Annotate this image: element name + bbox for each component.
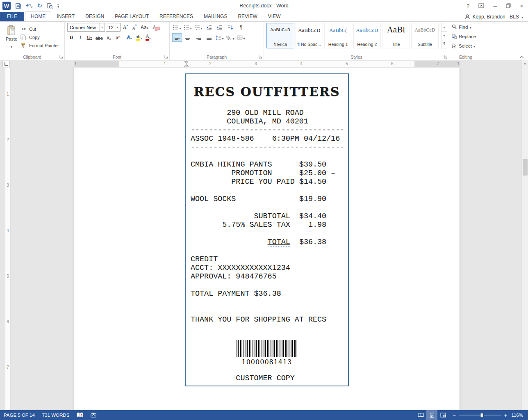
borders-dropdown-icon[interactable] (243, 34, 245, 41)
superscript-button[interactable]: x² (114, 33, 122, 42)
text-effects-button[interactable]: A (125, 33, 134, 42)
font-color-dropdown-icon[interactable] (149, 35, 151, 41)
style-heading-2[interactable]: AaBbCcD Heading 2 (353, 23, 381, 48)
tab-mailings[interactable]: MAILINGS (198, 12, 232, 21)
print-preview-icon[interactable] (47, 3, 53, 9)
grow-font-button[interactable]: A (121, 23, 130, 32)
italic-button[interactable]: I (76, 33, 84, 42)
line-spacing-button[interactable] (215, 33, 225, 42)
repeat-button[interactable]: ↻ (37, 2, 43, 9)
page-indicator[interactable]: PAGE 5 OF 14 (0, 410, 39, 420)
styles-gallery-more-icon[interactable] (442, 40, 447, 48)
ribbon-display-options-button[interactable] (478, 3, 484, 8)
decrease-indent-button[interactable] (204, 23, 214, 32)
bullets-dropdown-icon[interactable] (179, 24, 181, 31)
read-mode-button[interactable] (415, 410, 426, 420)
tab-page-layout[interactable]: PAGE LAYOUT (109, 12, 154, 21)
font-name-dropdown-icon[interactable] (99, 23, 105, 31)
font-dialog-launcher[interactable] (164, 55, 168, 59)
copy-button[interactable]: Copy (20, 34, 59, 41)
tab-view[interactable]: VIEW (263, 12, 286, 21)
close-button[interactable]: × (520, 3, 523, 9)
format-painter-button[interactable]: Format Painter (20, 42, 59, 49)
word-count[interactable]: 731 WORDS (39, 410, 73, 420)
clear-formatting-button[interactable]: A (150, 23, 159, 32)
receipt-text-box[interactable]: RECS OUTFITTERS 290 OLD MILL ROAD COLUMB… (185, 73, 349, 386)
strikethrough-button[interactable]: abc (94, 33, 104, 42)
vertical-scrollbar[interactable]: ▲ (521, 60, 528, 410)
save-button[interactable] (15, 3, 21, 9)
style-erica[interactable]: AaBbCcD ¶ Erica (266, 23, 294, 48)
collapse-ribbon-icon[interactable] (519, 55, 524, 59)
indent-marker[interactable] (184, 61, 189, 67)
paste-dropdown-icon[interactable] (11, 42, 12, 50)
show-hide-formatting-button[interactable]: ¶ (236, 23, 246, 32)
customize-qat-icon[interactable] (57, 2, 59, 9)
word-logo-icon[interactable]: W (2, 2, 11, 10)
tab-design[interactable]: DESIGN (80, 12, 109, 21)
undo-button[interactable]: ↶ (26, 2, 33, 9)
tab-stop-selector[interactable] (2, 61, 10, 67)
styles-scroll-up-icon[interactable]: ▲ (442, 23, 447, 32)
multilevel-dropdown-icon[interactable] (200, 24, 202, 31)
align-right-button[interactable] (193, 33, 203, 42)
style-no-spacing[interactable]: AaBbCcD ¶ No Spac... (296, 23, 323, 48)
font-color-button[interactable]: A (144, 33, 152, 42)
macro-recording-icon[interactable] (87, 410, 100, 420)
borders-button[interactable] (236, 33, 246, 42)
align-left-button[interactable] (172, 33, 182, 42)
paragraph-dialog-launcher[interactable] (258, 55, 263, 59)
zoom-in-button[interactable]: + (504, 412, 508, 418)
proofing-errors-icon[interactable] (73, 410, 87, 420)
find-dropdown-icon[interactable] (469, 25, 471, 30)
underline-dropdown-icon[interactable] (90, 34, 92, 41)
bold-button[interactable]: B (67, 33, 75, 42)
replace-button[interactable]: Replace (452, 32, 480, 40)
tab-file[interactable]: FILE (0, 12, 24, 21)
select-button[interactable]: Select (452, 42, 480, 50)
styles-scroll-down-icon[interactable]: ▼ (442, 32, 447, 40)
highlight-dropdown-icon[interactable] (140, 35, 142, 41)
bullets-button[interactable] (172, 23, 182, 32)
tab-references[interactable]: REFERENCES (154, 12, 198, 21)
multilevel-list-button[interactable] (193, 23, 203, 32)
underline-button[interactable]: U (85, 33, 93, 42)
numbering-button[interactable] (183, 23, 193, 32)
scrollbar-thumb[interactable] (523, 159, 528, 176)
shading-button[interactable] (225, 33, 235, 42)
shrink-font-button[interactable]: A (130, 23, 139, 32)
font-size-dropdown-icon[interactable] (115, 23, 120, 31)
highlight-button[interactable]: ab (134, 33, 143, 42)
clipboard-dialog-launcher[interactable] (59, 55, 64, 59)
paste-button[interactable]: Paste (2, 23, 20, 52)
justify-button[interactable] (204, 33, 214, 42)
style-title[interactable]: AaBl Title (382, 23, 410, 48)
print-layout-button[interactable] (426, 410, 437, 420)
web-layout-button[interactable] (437, 410, 448, 420)
cut-button[interactable]: ✂ Cut (20, 25, 59, 32)
numbering-dropdown-icon[interactable] (190, 24, 191, 31)
zoom-slider[interactable] (459, 415, 501, 415)
undo-dropdown-icon[interactable] (31, 2, 33, 9)
change-case-button[interactable]: Aa (139, 23, 150, 32)
document-page[interactable]: RECS OUTFITTERS 290 OLD MILL ROAD COLUMB… (74, 68, 460, 411)
zoom-level[interactable]: 116% (511, 413, 528, 418)
tab-review[interactable]: REVIEW (232, 12, 262, 21)
tab-insert[interactable]: INSERT (51, 12, 80, 21)
help-button[interactable]: ? (467, 3, 469, 9)
font-name-combobox[interactable]: Courier New (67, 23, 105, 32)
scroll-up-icon[interactable]: ▲ (522, 60, 528, 66)
align-center-button[interactable] (183, 33, 193, 42)
line-spacing-dropdown-icon[interactable] (222, 34, 223, 41)
increase-indent-button[interactable] (215, 23, 225, 32)
shading-dropdown-icon[interactable] (232, 34, 234, 41)
style-heading-1[interactable]: AaBbC( Heading 1 (324, 23, 352, 48)
font-size-combobox[interactable]: 12 (106, 23, 121, 32)
tab-home[interactable]: HOME (25, 11, 51, 22)
zoom-slider-thumb[interactable] (481, 413, 484, 417)
styles-dialog-launcher[interactable] (444, 55, 448, 59)
find-button[interactable]: Find (452, 23, 480, 31)
style-subtitle[interactable]: AaBbCcD Subtitle (411, 23, 439, 48)
select-dropdown-icon[interactable] (473, 43, 475, 48)
subscript-button[interactable]: x₂ (105, 33, 113, 42)
